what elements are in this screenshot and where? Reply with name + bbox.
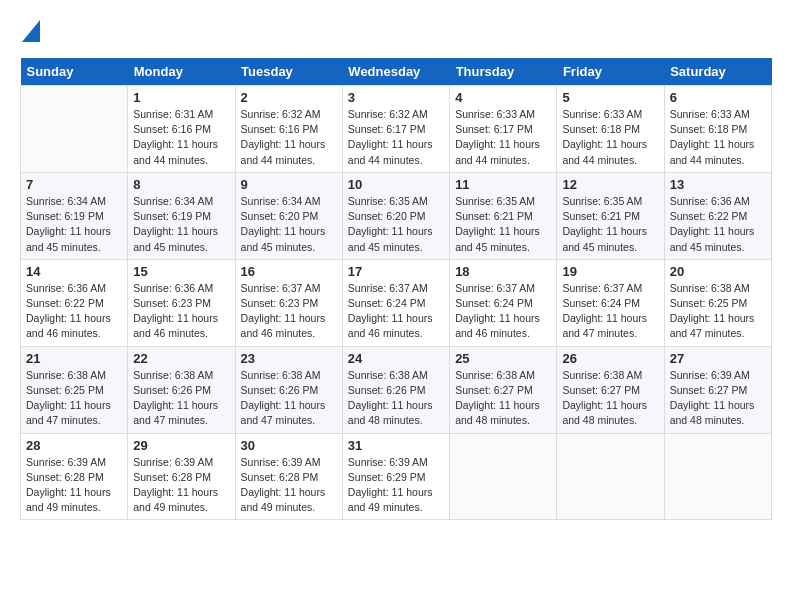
calendar-cell: 21Sunrise: 6:38 AMSunset: 6:25 PMDayligh…	[21, 346, 128, 433]
calendar-cell: 1Sunrise: 6:31 AMSunset: 6:16 PMDaylight…	[128, 86, 235, 173]
day-detail: Sunrise: 6:38 AMSunset: 6:27 PMDaylight:…	[562, 368, 658, 429]
day-number: 10	[348, 177, 444, 192]
day-number: 6	[670, 90, 766, 105]
day-number: 12	[562, 177, 658, 192]
day-number: 28	[26, 438, 122, 453]
day-number: 7	[26, 177, 122, 192]
calendar-cell	[21, 86, 128, 173]
day-detail: Sunrise: 6:33 AMSunset: 6:18 PMDaylight:…	[670, 107, 766, 168]
weekday-header-tuesday: Tuesday	[235, 58, 342, 86]
day-number: 5	[562, 90, 658, 105]
calendar-cell: 26Sunrise: 6:38 AMSunset: 6:27 PMDayligh…	[557, 346, 664, 433]
day-detail: Sunrise: 6:39 AMSunset: 6:29 PMDaylight:…	[348, 455, 444, 516]
day-number: 3	[348, 90, 444, 105]
calendar-cell: 14Sunrise: 6:36 AMSunset: 6:22 PMDayligh…	[21, 259, 128, 346]
day-number: 4	[455, 90, 551, 105]
day-detail: Sunrise: 6:39 AMSunset: 6:28 PMDaylight:…	[133, 455, 229, 516]
day-number: 11	[455, 177, 551, 192]
day-detail: Sunrise: 6:38 AMSunset: 6:26 PMDaylight:…	[133, 368, 229, 429]
day-detail: Sunrise: 6:35 AMSunset: 6:20 PMDaylight:…	[348, 194, 444, 255]
weekday-header-sunday: Sunday	[21, 58, 128, 86]
day-detail: Sunrise: 6:39 AMSunset: 6:27 PMDaylight:…	[670, 368, 766, 429]
svg-marker-0	[22, 20, 40, 42]
day-number: 20	[670, 264, 766, 279]
weekday-header-friday: Friday	[557, 58, 664, 86]
day-number: 2	[241, 90, 337, 105]
day-detail: Sunrise: 6:39 AMSunset: 6:28 PMDaylight:…	[241, 455, 337, 516]
day-number: 14	[26, 264, 122, 279]
day-number: 13	[670, 177, 766, 192]
day-number: 23	[241, 351, 337, 366]
day-detail: Sunrise: 6:31 AMSunset: 6:16 PMDaylight:…	[133, 107, 229, 168]
weekday-header-monday: Monday	[128, 58, 235, 86]
calendar-cell: 10Sunrise: 6:35 AMSunset: 6:20 PMDayligh…	[342, 172, 449, 259]
day-detail: Sunrise: 6:38 AMSunset: 6:26 PMDaylight:…	[348, 368, 444, 429]
calendar-cell: 28Sunrise: 6:39 AMSunset: 6:28 PMDayligh…	[21, 433, 128, 520]
calendar-cell: 17Sunrise: 6:37 AMSunset: 6:24 PMDayligh…	[342, 259, 449, 346]
day-detail: Sunrise: 6:38 AMSunset: 6:27 PMDaylight:…	[455, 368, 551, 429]
day-detail: Sunrise: 6:37 AMSunset: 6:23 PMDaylight:…	[241, 281, 337, 342]
day-detail: Sunrise: 6:37 AMSunset: 6:24 PMDaylight:…	[562, 281, 658, 342]
day-detail: Sunrise: 6:37 AMSunset: 6:24 PMDaylight:…	[455, 281, 551, 342]
day-detail: Sunrise: 6:35 AMSunset: 6:21 PMDaylight:…	[562, 194, 658, 255]
day-number: 31	[348, 438, 444, 453]
calendar-cell: 29Sunrise: 6:39 AMSunset: 6:28 PMDayligh…	[128, 433, 235, 520]
day-number: 19	[562, 264, 658, 279]
calendar-cell: 20Sunrise: 6:38 AMSunset: 6:25 PMDayligh…	[664, 259, 771, 346]
day-number: 8	[133, 177, 229, 192]
day-number: 25	[455, 351, 551, 366]
day-detail: Sunrise: 6:36 AMSunset: 6:22 PMDaylight:…	[26, 281, 122, 342]
day-detail: Sunrise: 6:38 AMSunset: 6:25 PMDaylight:…	[26, 368, 122, 429]
calendar-cell: 4Sunrise: 6:33 AMSunset: 6:17 PMDaylight…	[450, 86, 557, 173]
day-number: 24	[348, 351, 444, 366]
calendar-cell: 30Sunrise: 6:39 AMSunset: 6:28 PMDayligh…	[235, 433, 342, 520]
calendar-cell	[557, 433, 664, 520]
day-detail: Sunrise: 6:37 AMSunset: 6:24 PMDaylight:…	[348, 281, 444, 342]
calendar-cell: 15Sunrise: 6:36 AMSunset: 6:23 PMDayligh…	[128, 259, 235, 346]
calendar-cell: 7Sunrise: 6:34 AMSunset: 6:19 PMDaylight…	[21, 172, 128, 259]
calendar-cell: 11Sunrise: 6:35 AMSunset: 6:21 PMDayligh…	[450, 172, 557, 259]
day-number: 27	[670, 351, 766, 366]
day-detail: Sunrise: 6:36 AMSunset: 6:22 PMDaylight:…	[670, 194, 766, 255]
calendar-cell: 9Sunrise: 6:34 AMSunset: 6:20 PMDaylight…	[235, 172, 342, 259]
calendar-cell: 24Sunrise: 6:38 AMSunset: 6:26 PMDayligh…	[342, 346, 449, 433]
day-detail: Sunrise: 6:39 AMSunset: 6:28 PMDaylight:…	[26, 455, 122, 516]
calendar-cell: 19Sunrise: 6:37 AMSunset: 6:24 PMDayligh…	[557, 259, 664, 346]
calendar-cell: 8Sunrise: 6:34 AMSunset: 6:19 PMDaylight…	[128, 172, 235, 259]
weekday-header-thursday: Thursday	[450, 58, 557, 86]
calendar-cell: 18Sunrise: 6:37 AMSunset: 6:24 PMDayligh…	[450, 259, 557, 346]
logo-triangle-icon	[22, 20, 40, 42]
day-number: 17	[348, 264, 444, 279]
day-number: 18	[455, 264, 551, 279]
day-detail: Sunrise: 6:34 AMSunset: 6:20 PMDaylight:…	[241, 194, 337, 255]
day-detail: Sunrise: 6:36 AMSunset: 6:23 PMDaylight:…	[133, 281, 229, 342]
day-number: 1	[133, 90, 229, 105]
calendar-table: SundayMondayTuesdayWednesdayThursdayFrid…	[20, 58, 772, 520]
day-detail: Sunrise: 6:35 AMSunset: 6:21 PMDaylight:…	[455, 194, 551, 255]
day-detail: Sunrise: 6:38 AMSunset: 6:26 PMDaylight:…	[241, 368, 337, 429]
day-detail: Sunrise: 6:32 AMSunset: 6:17 PMDaylight:…	[348, 107, 444, 168]
calendar-cell: 31Sunrise: 6:39 AMSunset: 6:29 PMDayligh…	[342, 433, 449, 520]
day-number: 21	[26, 351, 122, 366]
calendar-cell	[450, 433, 557, 520]
calendar-cell: 2Sunrise: 6:32 AMSunset: 6:16 PMDaylight…	[235, 86, 342, 173]
day-number: 15	[133, 264, 229, 279]
calendar-cell: 25Sunrise: 6:38 AMSunset: 6:27 PMDayligh…	[450, 346, 557, 433]
calendar-cell: 27Sunrise: 6:39 AMSunset: 6:27 PMDayligh…	[664, 346, 771, 433]
day-number: 26	[562, 351, 658, 366]
calendar-cell: 13Sunrise: 6:36 AMSunset: 6:22 PMDayligh…	[664, 172, 771, 259]
day-detail: Sunrise: 6:32 AMSunset: 6:16 PMDaylight:…	[241, 107, 337, 168]
calendar-cell	[664, 433, 771, 520]
day-detail: Sunrise: 6:33 AMSunset: 6:17 PMDaylight:…	[455, 107, 551, 168]
calendar-cell: 6Sunrise: 6:33 AMSunset: 6:18 PMDaylight…	[664, 86, 771, 173]
logo	[20, 20, 40, 42]
day-detail: Sunrise: 6:34 AMSunset: 6:19 PMDaylight:…	[26, 194, 122, 255]
page-header	[20, 20, 772, 42]
calendar-cell: 12Sunrise: 6:35 AMSunset: 6:21 PMDayligh…	[557, 172, 664, 259]
day-number: 16	[241, 264, 337, 279]
day-number: 9	[241, 177, 337, 192]
day-number: 30	[241, 438, 337, 453]
calendar-cell: 16Sunrise: 6:37 AMSunset: 6:23 PMDayligh…	[235, 259, 342, 346]
calendar-cell: 5Sunrise: 6:33 AMSunset: 6:18 PMDaylight…	[557, 86, 664, 173]
day-detail: Sunrise: 6:34 AMSunset: 6:19 PMDaylight:…	[133, 194, 229, 255]
